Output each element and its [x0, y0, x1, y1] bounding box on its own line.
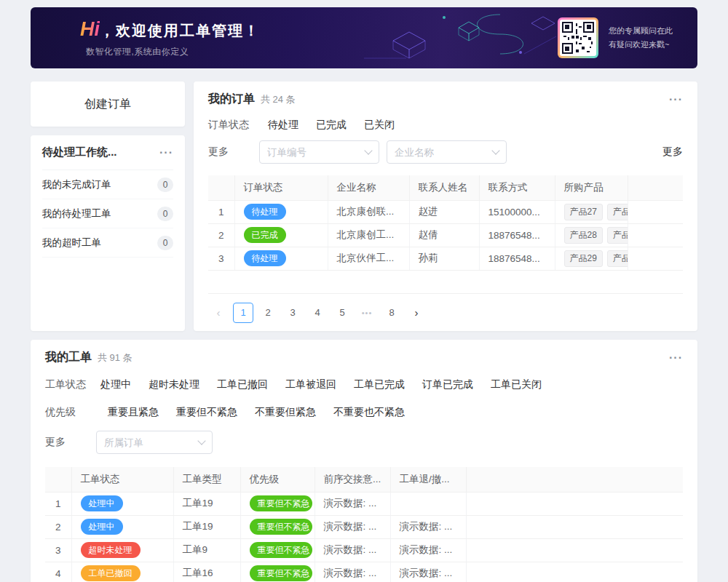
handover-note-cell: 演示数据: ...: [314, 538, 390, 562]
product-tag: 产品29: [564, 250, 603, 267]
ticket-status-option-order-done[interactable]: 订单已完成: [422, 377, 473, 391]
orders-pagination: ‹ 1 2 3 4 5 ••• 8 ›: [208, 303, 683, 323]
product-tag: 产品: [607, 204, 628, 220]
order-table-row[interactable]: 2 已完成 北京康创工... 赵倩 18876548... 产品28产品: [208, 223, 683, 247]
parent-order-input[interactable]: [104, 437, 199, 448]
stats-card-title: 待处理工作统...: [42, 146, 117, 159]
empty-cell: [628, 200, 683, 223]
create-order-button[interactable]: 创建订单: [31, 81, 185, 127]
empty-cell: [628, 247, 683, 270]
stats-item-unfinished-orders[interactable]: 我的未完成订单 0: [42, 170, 173, 199]
orders-table-header-row: 订单状态 企业名称 联系人姓名 联系方式 所购产品: [208, 175, 683, 200]
pagination-page-2[interactable]: 2: [258, 303, 278, 323]
order-table-empty-row: [208, 270, 683, 293]
ticket-status-option-closed[interactable]: 工单已关闭: [491, 377, 542, 391]
priority-badge: 重要但不紧急: [250, 565, 312, 581]
status-badge: 已完成: [244, 227, 286, 243]
ticket-status-option-processing[interactable]: 处理中: [100, 377, 131, 391]
ticket-status-filter-label: 工单状态: [45, 377, 86, 391]
orders-panel-title: 我的订单: [208, 92, 255, 107]
col-header-product: 所购产品: [555, 175, 628, 200]
stats-item-label: 我的未完成订单: [42, 178, 111, 191]
col-header-index: [208, 175, 234, 200]
ticket-status-option-ticket-done[interactable]: 工单已完成: [354, 377, 405, 391]
ellipsis-icon[interactable]: ···: [159, 147, 173, 159]
status-badge: 处理中: [81, 519, 123, 535]
priority-option-important-not-urgent[interactable]: 重要但不紧急: [176, 404, 237, 419]
ticket-table-row[interactable]: 4 工单已撤回 工单16 重要但不紧急 演示数据: ... 演示数据: ...: [45, 562, 683, 582]
status-badge: 超时未处理: [81, 542, 141, 558]
chevron-down-icon: [491, 146, 499, 154]
orders-count: 共 24 条: [261, 93, 296, 106]
tickets-table: 工单状态 工单类型 优先级 前序交接意... 工单退/撤... 1 处理中 工单…: [45, 467, 683, 582]
ticket-table-row[interactable]: 1 处理中 工单19 重要但不紧急 演示数据: ...: [45, 492, 683, 515]
row-index: 4: [45, 562, 71, 582]
product-cell: 产品28产品: [555, 223, 628, 247]
my-orders-panel: 我的订单 共 24 条 ··· 订单状态 待处理 已完成 已关闭 更多: [194, 81, 697, 331]
status-badge: 处理中: [81, 495, 123, 511]
priority-filter-label: 优先级: [45, 404, 76, 419]
priority-option-important-urgent[interactable]: 重要且紧急: [108, 404, 159, 419]
welcome-banner: Hi ，欢迎使用工单管理！ 数智化管理,系统由你定义: [31, 7, 697, 68]
order-status-option-pending[interactable]: 待处理: [268, 117, 298, 132]
parent-order-select[interactable]: [96, 431, 213, 454]
company-name-select[interactable]: [387, 140, 507, 164]
ticket-status-option-overtime[interactable]: 超时未处理: [149, 377, 199, 391]
contact-cell: 孙莉: [409, 247, 479, 270]
banner-subtitle: 数智化管理,系统由你定义: [86, 46, 260, 58]
banner-text-block: Hi ，欢迎使用工单管理！ 数智化管理,系统由你定义: [80, 18, 260, 58]
phone-cell: 15100000...: [479, 200, 555, 223]
ticket-status-option-withdrawn[interactable]: 工单已撤回: [217, 377, 268, 391]
empty-cell: [466, 538, 683, 562]
ticket-type-cell: 工单19: [173, 515, 240, 538]
col-header-phone: 联系方式: [479, 175, 555, 200]
stats-item-overtime-tickets[interactable]: 我的超时工单 0: [42, 228, 173, 258]
product-tag: 产品28: [564, 227, 603, 244]
banner-title: ，欢迎使用工单管理！: [100, 21, 260, 41]
order-status-option-done[interactable]: 已完成: [316, 117, 347, 132]
product-cell: 产品27产品: [555, 200, 628, 223]
pagination-page-last[interactable]: 8: [381, 303, 402, 323]
pagination-prev[interactable]: ‹: [208, 303, 229, 323]
col-header-ticket-type: 工单类型: [173, 467, 240, 492]
company-name-input[interactable]: [395, 147, 493, 158]
stats-item-label: 我的待处理工单: [42, 207, 111, 220]
row-index: 2: [208, 223, 234, 247]
priority-badge: 重要但不紧急: [250, 519, 312, 535]
order-status-option-closed[interactable]: 已关闭: [364, 117, 395, 132]
order-no-select[interactable]: [259, 140, 379, 164]
pagination-page-1[interactable]: 1: [233, 303, 253, 323]
order-table-row[interactable]: 3 待处理 北京伙伴工... 孙莉 18876548... 产品29产品: [208, 247, 683, 270]
company-cell: 北京康创联...: [328, 200, 409, 223]
ellipsis-icon[interactable]: ···: [669, 352, 683, 364]
stats-item-pending-tickets[interactable]: 我的待处理工单 0: [42, 199, 173, 228]
pagination-page-4[interactable]: 4: [307, 303, 328, 323]
qr-caption-line1: 您的专属顾问在此: [609, 24, 686, 38]
empty-cell: [466, 492, 683, 515]
pagination-ellipsis[interactable]: •••: [357, 303, 377, 323]
priority-badge: 重要但不紧急: [250, 542, 312, 558]
ticket-status-option-returned[interactable]: 工单被退回: [285, 377, 336, 391]
phone-cell: 18876548...: [479, 247, 555, 270]
col-header-empty: [628, 175, 683, 200]
orders-more-link[interactable]: 更多: [662, 146, 683, 159]
tickets-panel-title: 我的工单: [45, 350, 92, 365]
return-note-cell: 演示数据: ...: [390, 562, 466, 582]
order-no-input[interactable]: [267, 147, 365, 158]
pagination-page-3[interactable]: 3: [282, 303, 303, 323]
handover-note-cell: 演示数据: ...: [314, 515, 390, 538]
return-note-cell: [390, 492, 466, 515]
pagination-page-5[interactable]: 5: [332, 303, 352, 323]
pagination-next[interactable]: ›: [406, 303, 427, 323]
ticket-type-cell: 工单16: [173, 562, 240, 582]
company-cell: 北京康创工...: [328, 223, 409, 247]
qr-code: [558, 17, 598, 58]
handover-note-cell: 演示数据: ...: [314, 562, 390, 582]
ellipsis-icon[interactable]: ···: [669, 94, 683, 105]
priority-option-not-important-urgent[interactable]: 不重要但紧急: [255, 404, 316, 419]
ticket-table-row[interactable]: 3 超时未处理 工单9 重要但不紧急 演示数据: ... 演示数据: ...: [45, 538, 683, 562]
ticket-table-row[interactable]: 2 处理中 工单19 重要但不紧急 演示数据: ... 演示数据: ...: [45, 515, 683, 538]
order-table-row[interactable]: 1 待处理 北京康创联... 赵进 15100000... 产品27产品: [208, 200, 683, 223]
priority-option-not-important-not-urgent[interactable]: 不重要也不紧急: [333, 404, 405, 419]
status-badge: 工单已撤回: [81, 565, 141, 581]
